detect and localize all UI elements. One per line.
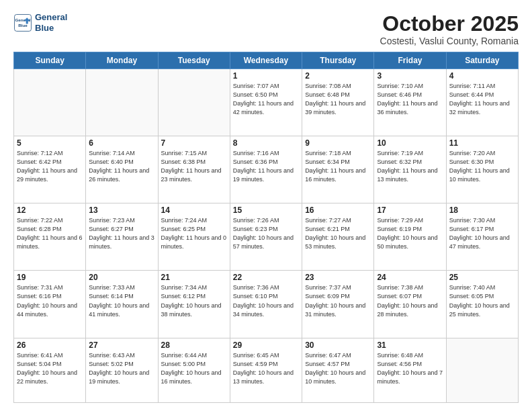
day-info: Sunrise: 6:45 AM Sunset: 4:59 PM Dayligh… <box>233 351 299 386</box>
logo-text-line2: Blue <box>35 23 67 34</box>
day-info: Sunrise: 7:34 AM Sunset: 6:12 PM Dayligh… <box>161 283 227 318</box>
table-row: 2Sunrise: 7:08 AM Sunset: 6:48 PM Daylig… <box>302 69 374 136</box>
day-number: 1 <box>233 71 299 81</box>
page: General Blue General Blue October 2025 C… <box>0 0 532 411</box>
table-row: 3Sunrise: 7:10 AM Sunset: 6:46 PM Daylig… <box>374 69 446 136</box>
day-number: 30 <box>305 340 371 350</box>
day-info: Sunrise: 7:12 AM Sunset: 6:42 PM Dayligh… <box>17 149 83 184</box>
day-info: Sunrise: 7:26 AM Sunset: 6:23 PM Dayligh… <box>233 216 299 251</box>
table-row: 19Sunrise: 7:31 AM Sunset: 6:16 PM Dayli… <box>14 271 86 338</box>
table-row <box>158 69 230 136</box>
table-row <box>86 69 158 136</box>
day-number: 2 <box>305 71 371 81</box>
logo-icon: General Blue <box>13 13 32 32</box>
day-info: Sunrise: 7:24 AM Sunset: 6:25 PM Dayligh… <box>161 216 227 251</box>
day-info: Sunrise: 7:29 AM Sunset: 6:19 PM Dayligh… <box>377 216 443 251</box>
table-row: 4Sunrise: 7:11 AM Sunset: 6:44 PM Daylig… <box>446 69 518 136</box>
day-info: Sunrise: 7:14 AM Sunset: 6:40 PM Dayligh… <box>89 149 154 184</box>
month-title: October 2025 <box>380 12 519 36</box>
day-info: Sunrise: 7:38 AM Sunset: 6:07 PM Dayligh… <box>377 283 443 318</box>
day-number: 4 <box>449 71 515 81</box>
day-number: 20 <box>89 273 154 282</box>
day-number: 29 <box>233 340 299 350</box>
day-info: Sunrise: 7:11 AM Sunset: 6:44 PM Dayligh… <box>449 82 515 117</box>
table-row: 15Sunrise: 7:26 AM Sunset: 6:23 PM Dayli… <box>230 203 302 271</box>
table-row: 31Sunrise: 6:48 AM Sunset: 4:56 PM Dayli… <box>374 338 446 403</box>
table-row: 11Sunrise: 7:20 AM Sunset: 6:30 PM Dayli… <box>446 136 518 203</box>
day-info: Sunrise: 7:23 AM Sunset: 6:27 PM Dayligh… <box>89 216 154 251</box>
table-row: 21Sunrise: 7:34 AM Sunset: 6:12 PM Dayli… <box>158 271 230 338</box>
table-row: 24Sunrise: 7:38 AM Sunset: 6:07 PM Dayli… <box>374 271 446 338</box>
day-info: Sunrise: 7:07 AM Sunset: 6:50 PM Dayligh… <box>233 82 299 117</box>
table-row: 6Sunrise: 7:14 AM Sunset: 6:40 PM Daylig… <box>86 136 158 203</box>
day-info: Sunrise: 6:48 AM Sunset: 4:56 PM Dayligh… <box>377 351 443 386</box>
day-number: 8 <box>233 138 299 148</box>
day-number: 3 <box>377 71 443 81</box>
table-row: 9Sunrise: 7:18 AM Sunset: 6:34 PM Daylig… <box>302 136 374 203</box>
day-info: Sunrise: 7:30 AM Sunset: 6:17 PM Dayligh… <box>449 216 515 251</box>
day-number: 16 <box>305 205 371 215</box>
day-number: 24 <box>377 273 443 282</box>
day-info: Sunrise: 7:36 AM Sunset: 6:10 PM Dayligh… <box>233 283 299 318</box>
day-info: Sunrise: 6:43 AM Sunset: 5:02 PM Dayligh… <box>89 351 154 386</box>
table-row: 7Sunrise: 7:15 AM Sunset: 6:38 PM Daylig… <box>158 136 230 203</box>
day-info: Sunrise: 7:19 AM Sunset: 6:32 PM Dayligh… <box>377 149 443 184</box>
col-wednesday: Wednesday <box>230 52 302 69</box>
day-number: 14 <box>161 205 227 215</box>
table-row: 23Sunrise: 7:37 AM Sunset: 6:09 PM Dayli… <box>302 271 374 338</box>
table-row: 5Sunrise: 7:12 AM Sunset: 6:42 PM Daylig… <box>14 136 86 203</box>
col-sunday: Sunday <box>14 52 86 69</box>
day-info: Sunrise: 7:31 AM Sunset: 6:16 PM Dayligh… <box>17 283 83 318</box>
logo: General Blue General Blue <box>13 12 67 33</box>
day-number: 13 <box>89 205 154 215</box>
day-number: 22 <box>233 273 299 282</box>
day-number: 6 <box>89 138 154 148</box>
day-number: 27 <box>89 340 154 350</box>
day-info: Sunrise: 7:10 AM Sunset: 6:46 PM Dayligh… <box>377 82 443 117</box>
day-number: 26 <box>17 340 83 350</box>
col-thursday: Thursday <box>302 52 374 69</box>
day-info: Sunrise: 7:16 AM Sunset: 6:36 PM Dayligh… <box>233 149 299 184</box>
header: General Blue General Blue October 2025 C… <box>13 12 519 46</box>
table-row: 16Sunrise: 7:27 AM Sunset: 6:21 PM Dayli… <box>302 203 374 271</box>
day-info: Sunrise: 7:40 AM Sunset: 6:05 PM Dayligh… <box>449 283 515 318</box>
day-number: 15 <box>233 205 299 215</box>
table-row: 1Sunrise: 7:07 AM Sunset: 6:50 PM Daylig… <box>230 69 302 136</box>
day-info: Sunrise: 7:22 AM Sunset: 6:28 PM Dayligh… <box>17 216 83 251</box>
day-number: 19 <box>17 273 83 282</box>
table-row: 18Sunrise: 7:30 AM Sunset: 6:17 PM Dayli… <box>446 203 518 271</box>
table-row: 10Sunrise: 7:19 AM Sunset: 6:32 PM Dayli… <box>374 136 446 203</box>
table-row: 29Sunrise: 6:45 AM Sunset: 4:59 PM Dayli… <box>230 338 302 403</box>
table-row: 14Sunrise: 7:24 AM Sunset: 6:25 PM Dayli… <box>158 203 230 271</box>
col-tuesday: Tuesday <box>158 52 230 69</box>
table-row <box>14 69 86 136</box>
table-row: 30Sunrise: 6:47 AM Sunset: 4:57 PM Dayli… <box>302 338 374 403</box>
col-monday: Monday <box>86 52 158 69</box>
day-number: 10 <box>377 138 443 148</box>
day-number: 17 <box>377 205 443 215</box>
table-row: 17Sunrise: 7:29 AM Sunset: 6:19 PM Dayli… <box>374 203 446 271</box>
day-number: 25 <box>449 273 515 282</box>
table-row: 25Sunrise: 7:40 AM Sunset: 6:05 PM Dayli… <box>446 271 518 338</box>
calendar-table: Sunday Monday Tuesday Wednesday Thursday… <box>13 52 519 403</box>
logo-text-line1: General <box>35 12 67 23</box>
day-number: 31 <box>377 340 443 350</box>
table-row: 26Sunrise: 6:41 AM Sunset: 5:04 PM Dayli… <box>14 338 86 403</box>
day-info: Sunrise: 6:41 AM Sunset: 5:04 PM Dayligh… <box>17 351 83 386</box>
col-saturday: Saturday <box>446 52 518 69</box>
table-row: 20Sunrise: 7:33 AM Sunset: 6:14 PM Dayli… <box>86 271 158 338</box>
table-row: 28Sunrise: 6:44 AM Sunset: 5:00 PM Dayli… <box>158 338 230 403</box>
day-number: 9 <box>305 138 371 148</box>
table-row: 27Sunrise: 6:43 AM Sunset: 5:02 PM Dayli… <box>86 338 158 403</box>
day-info: Sunrise: 7:27 AM Sunset: 6:21 PM Dayligh… <box>305 216 371 251</box>
table-row: 22Sunrise: 7:36 AM Sunset: 6:10 PM Dayli… <box>230 271 302 338</box>
day-number: 5 <box>17 138 83 148</box>
day-number: 23 <box>305 273 371 282</box>
day-info: Sunrise: 7:18 AM Sunset: 6:34 PM Dayligh… <box>305 149 371 184</box>
day-info: Sunrise: 6:47 AM Sunset: 4:57 PM Dayligh… <box>305 351 371 386</box>
table-row: 8Sunrise: 7:16 AM Sunset: 6:36 PM Daylig… <box>230 136 302 203</box>
day-info: Sunrise: 7:20 AM Sunset: 6:30 PM Dayligh… <box>449 149 515 184</box>
day-number: 18 <box>449 205 515 215</box>
day-number: 21 <box>161 273 227 282</box>
table-row: 13Sunrise: 7:23 AM Sunset: 6:27 PM Dayli… <box>86 203 158 271</box>
